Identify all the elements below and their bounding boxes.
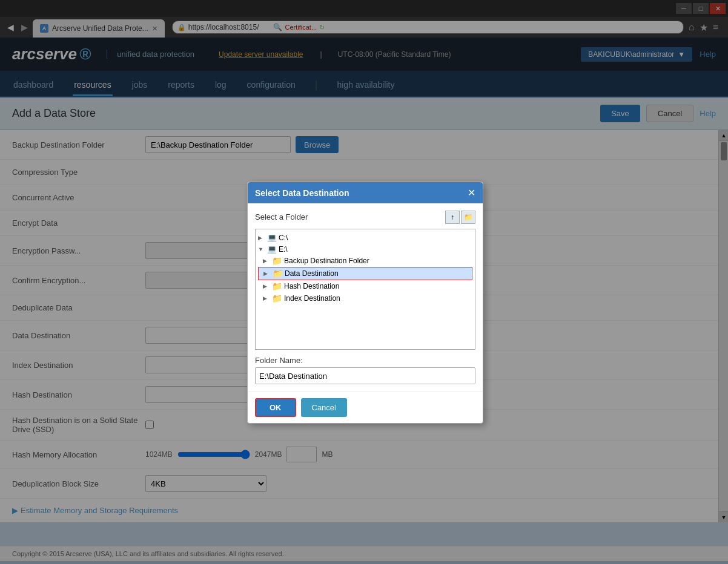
modal-header: Select Data Destination ✕ (248, 182, 483, 203)
folder-name-input[interactable] (255, 367, 475, 384)
drive-icon-e: 💻 (267, 244, 277, 254)
label-e: E:\ (279, 245, 288, 254)
modal-close-button[interactable]: ✕ (468, 187, 475, 198)
modal-overlay: Select Data Destination ✕ Select a Folde… (0, 0, 728, 564)
label-c: C:\ (279, 234, 288, 242)
tree-node-hash-dest[interactable]: ▶ 📁 Hash Destination (258, 280, 472, 292)
select-folder-label: Select a Folder (255, 212, 308, 221)
folder-icon-index: 📁 (272, 293, 282, 303)
label-hash-folder: Hash Destination (284, 282, 339, 290)
folder-icon-data-dest: 📁 (273, 269, 283, 278)
tree-node-c[interactable]: ▶ 💻 C:\ (258, 232, 472, 243)
arrow-index: ▶ (263, 295, 270, 301)
folder-icon-hash: 📁 (272, 281, 282, 291)
arrow-data-dest: ▶ (263, 271, 271, 277)
modal-ok-button[interactable]: OK (255, 398, 296, 417)
arrow-c: ▶ (258, 235, 265, 241)
label-backup-folder: Backup Destination Folder (284, 257, 369, 265)
modal-title: Select Data Destination (255, 188, 349, 198)
toolbar-folder-btn[interactable]: 📁 (461, 211, 475, 224)
modal-cancel-button[interactable]: Cancel (301, 398, 347, 417)
tree-node-data-dest[interactable]: ▶ 📁 Data Destination (258, 267, 472, 280)
arrow-hash: ▶ (263, 283, 270, 289)
folder-tree[interactable]: ▶ 💻 C:\ ▼ 💻 E:\ ▶ 📁 Backup Destination F… (255, 229, 475, 350)
arrow-backup: ▶ (263, 258, 270, 264)
drive-icon-c: 💻 (267, 233, 277, 242)
tree-node-backup-folder[interactable]: ▶ 📁 Backup Destination Folder (258, 255, 472, 267)
folder-name-label: Folder Name: (255, 356, 475, 365)
select-data-destination-modal: Select Data Destination ✕ Select a Folde… (247, 182, 483, 424)
modal-footer: OK Cancel (248, 392, 483, 423)
label-data-dest-tree: Data Destination (285, 269, 339, 278)
toolbar-up-btn[interactable]: ↑ (445, 211, 460, 224)
folder-name-section: Folder Name: (255, 356, 475, 384)
label-index-folder: Index Destination (284, 294, 340, 303)
folder-icon-backup: 📁 (272, 256, 282, 266)
folder-toolbar: ↑ 📁 (445, 211, 475, 224)
tree-node-e[interactable]: ▼ 💻 E:\ (258, 243, 472, 255)
modal-body: Select a Folder ↑ 📁 ▶ 💻 C:\ ▼ 💻 (248, 203, 483, 392)
arrow-e: ▼ (258, 246, 265, 252)
tree-node-index-dest[interactable]: ▶ 📁 Index Destination (258, 292, 472, 304)
